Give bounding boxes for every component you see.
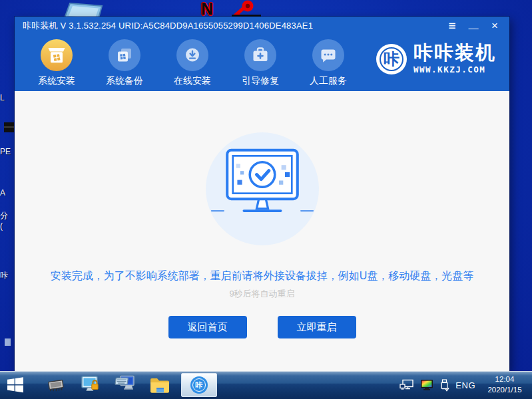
- nav-bar: 系统安装 系统备份: [15, 35, 509, 91]
- monitor-lock-icon: [80, 375, 101, 395]
- nav-label: 系统安装: [38, 75, 75, 87]
- system-tray: ENG 12:04 2020/1/15: [399, 374, 532, 395]
- backup-windows-icon: [109, 39, 140, 71]
- desktop-label-sliver: A: [0, 188, 14, 198]
- taskbar: 咔: [0, 371, 532, 399]
- window-controls: ≡ — ×: [444, 19, 503, 33]
- desktop-icon-sliver: [4, 122, 14, 132]
- back-home-button[interactable]: 返回首页: [168, 316, 247, 338]
- clock-time: 12:04: [481, 374, 528, 385]
- titlebar[interactable]: 咔咔装机 V 3.1.532.254 URID:A5C84DD9A1655055…: [15, 17, 509, 35]
- kaka-logo[interactable]: 咔 咔咔装机 WWW.KKZJ.COM: [376, 43, 496, 74]
- install-box-icon: [41, 39, 73, 71]
- taskbar-screen-lock-app[interactable]: [77, 371, 104, 399]
- n-letter: N: [201, 0, 213, 17]
- nav-label: 在线安装: [174, 75, 211, 87]
- chat-bubble-icon: [312, 39, 344, 71]
- desktop-label-sliver: (: [0, 221, 14, 231]
- minimize-button[interactable]: —: [465, 19, 481, 33]
- logo-text: 咔咔装机 WWW.KKZJ.COM: [413, 43, 496, 74]
- auto-restart-countdown: 9秒后将自动重启: [229, 288, 294, 300]
- taskbar-kaka-app-active[interactable]: 咔: [181, 373, 217, 397]
- cpu-chip-icon: [46, 376, 66, 394]
- main-content: 安装完成，为了不影响系统部署，重启前请将外接设备拔掉，例如U盘，移动硬盘，光盘等…: [15, 91, 509, 371]
- kaka-installer-window: 咔咔装机 V 3.1.532.254 URID:A5C84DD9A1655055…: [15, 17, 509, 371]
- language-indicator[interactable]: ENG: [455, 380, 475, 390]
- success-illustration: [206, 132, 319, 245]
- kaka-taskbar-icon: 咔: [190, 376, 208, 394]
- window-title: 咔咔装机 V 3.1.532.254 URID:A5C84DD9A1655055…: [23, 20, 313, 32]
- desktop-label-sliver: L: [0, 93, 14, 102]
- menu-button[interactable]: ≡: [444, 19, 460, 33]
- nav-label: 系统备份: [106, 75, 143, 87]
- kaka-logo-icon: 咔: [376, 44, 407, 74]
- nav-item-online-install[interactable]: 在线安装: [166, 39, 218, 87]
- network-tray-icon[interactable]: [399, 379, 414, 391]
- taskbar-osk-app[interactable]: [112, 371, 138, 399]
- toolbox-plus-icon: [244, 39, 276, 71]
- desktop-label-fragment: [5, 338, 11, 346]
- taskbar-clock[interactable]: 12:04 2020/1/15: [481, 374, 528, 395]
- monitor-check-icon: [206, 139, 319, 239]
- windows-flag-icon: [7, 376, 24, 394]
- completion-message: 安装完成，为了不影响系统部署，重启前请将外接设备拔掉，例如U盘，移动硬盘，光盘等: [51, 269, 474, 283]
- taskbar-chip-app[interactable]: [43, 371, 69, 399]
- nav-item-human-service[interactable]: 人工服务: [302, 39, 354, 87]
- start-button[interactable]: [0, 371, 31, 399]
- action-buttons: 返回首页 立即重启: [168, 316, 356, 338]
- desktop-n-key-icon[interactable]: N: [201, 0, 268, 19]
- close-button[interactable]: ×: [487, 19, 503, 33]
- nav-label: 引导修复: [242, 75, 279, 87]
- clock-date: 2020/1/15: [481, 385, 528, 396]
- usb-tray-icon[interactable]: [439, 379, 449, 392]
- nav-item-system-install[interactable]: 系统安装: [31, 39, 83, 87]
- display-color-tray-icon[interactable]: [420, 379, 433, 391]
- desktop-label-sliver: 咔: [0, 270, 14, 281]
- logo-name: 咔咔装机: [413, 43, 496, 63]
- nav-label: 人工服务: [310, 75, 347, 87]
- nav-item-system-backup[interactable]: 系统备份: [99, 39, 150, 87]
- taskbar-explorer-app[interactable]: [146, 371, 173, 399]
- keyboard-monitor-icon: [115, 375, 136, 395]
- desktop-label-sliver: 分: [0, 210, 14, 221]
- logo-url: WWW.KKZJ.COM: [413, 65, 496, 74]
- screen: N L PE A 分 ( 咔 咔咔装机 V 3.1.532.254 URID:A…: [0, 0, 532, 399]
- folder-icon: [149, 376, 170, 394]
- desktop-label-sliver: PE: [0, 147, 14, 156]
- restart-now-button[interactable]: 立即重启: [278, 316, 356, 338]
- nav-item-boot-repair[interactable]: 引导修复: [234, 39, 286, 87]
- download-icon: [176, 39, 208, 71]
